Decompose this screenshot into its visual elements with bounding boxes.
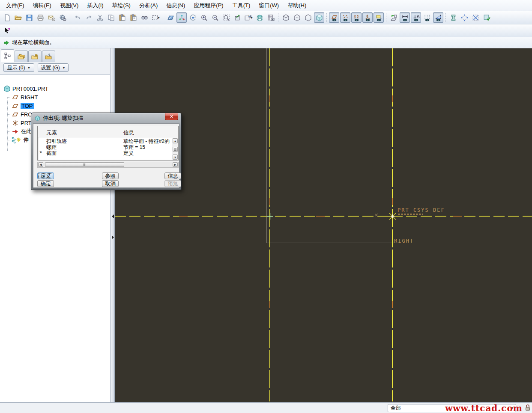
select-box-button[interactable]: ▾ bbox=[150, 12, 161, 23]
zoom-in-button[interactable] bbox=[199, 12, 209, 23]
spin-center-icon bbox=[189, 14, 197, 21]
vertical-scrollbar[interactable]: ▲ ▼ bbox=[172, 138, 178, 160]
menu-item-5[interactable]: 草绘(S) bbox=[108, 0, 135, 11]
horizontal-scrollbar[interactable]: ◀ ▶ bbox=[37, 162, 179, 168]
paste-special-button[interactable] bbox=[128, 12, 138, 23]
references-button[interactable]: 参照 bbox=[102, 172, 119, 179]
paste-button[interactable] bbox=[117, 12, 127, 23]
layers-button[interactable] bbox=[254, 12, 265, 23]
scroll-up-icon[interactable]: ▲ bbox=[173, 138, 178, 143]
define-button[interactable]: 定义 bbox=[37, 172, 54, 179]
menu-item-11[interactable]: 帮助(H) bbox=[283, 0, 311, 11]
hidden-line-button[interactable] bbox=[292, 12, 302, 23]
point-display-button[interactable] bbox=[351, 12, 362, 23]
preview-button[interactable]: 预览 bbox=[164, 180, 181, 187]
scroll-right-icon[interactable]: ▶ bbox=[173, 162, 178, 167]
connections-tab[interactable] bbox=[42, 51, 55, 62]
constraint-display-button[interactable] bbox=[411, 12, 421, 23]
show-dropdown-button[interactable]: 显示 (0)▼ bbox=[3, 63, 34, 72]
grid-display-button[interactable] bbox=[422, 12, 432, 23]
new-button[interactable] bbox=[2, 12, 12, 23]
feature-requirements-button[interactable] bbox=[481, 12, 492, 23]
scrollbar-thumb[interactable] bbox=[173, 147, 178, 152]
scroll-left-icon[interactable]: ◀ bbox=[38, 162, 43, 167]
copy-icon bbox=[108, 14, 115, 21]
datum-refs-button[interactable] bbox=[176, 12, 187, 23]
favorites-tab[interactable] bbox=[28, 51, 42, 62]
expand-right-icon[interactable] bbox=[111, 234, 114, 240]
save-button[interactable] bbox=[24, 12, 34, 23]
info-button[interactable]: 信息 bbox=[164, 172, 181, 179]
cancel-button[interactable]: 取消 bbox=[102, 180, 119, 187]
sketch-canvas[interactable]: PRT_CSYS_DEF RIGHT bbox=[115, 48, 532, 402]
menu-item-7[interactable]: 信息(N) bbox=[162, 0, 189, 11]
dialog-title-bar[interactable]: 伸出项: 螺旋扫描 bbox=[31, 113, 181, 123]
email-button[interactable] bbox=[46, 12, 57, 23]
element-list[interactable]: 元素 信息 扫引轨迹草绘平面 - 特征#2的螺距节距 = 15>截面定义 ▲ ▼ bbox=[37, 126, 179, 160]
scrollbar-thumb[interactable] bbox=[45, 162, 124, 167]
no-hidden-button[interactable] bbox=[303, 12, 313, 23]
shaded-button[interactable] bbox=[314, 12, 324, 23]
csys-display-button[interactable] bbox=[362, 12, 373, 23]
sketch-view-button[interactable] bbox=[165, 12, 176, 23]
spin-center-button[interactable] bbox=[188, 12, 198, 23]
element-row[interactable]: 扫引轨迹草绘平面 - 特征#2的 bbox=[38, 138, 171, 144]
zoom-out-button[interactable] bbox=[210, 12, 220, 23]
no-hidden-icon bbox=[305, 14, 312, 21]
element-rows: 扫引轨迹草绘平面 - 特征#2的螺距节距 = 15>截面定义 bbox=[38, 138, 171, 160]
collapse-left-icon[interactable] bbox=[111, 213, 114, 219]
orient-sketch-button[interactable] bbox=[389, 12, 399, 23]
ok-button[interactable]: 确定 bbox=[37, 180, 54, 187]
element-row[interactable]: 螺距节距 = 15 bbox=[38, 144, 171, 150]
scroll-down-icon[interactable]: ▼ bbox=[173, 155, 178, 160]
undo-button[interactable] bbox=[72, 12, 83, 23]
wireframe-button[interactable] bbox=[281, 12, 291, 23]
close-icon[interactable]: ✕ bbox=[165, 113, 178, 120]
weblink-button[interactable] bbox=[57, 12, 68, 23]
plane-display-button[interactable] bbox=[329, 12, 339, 23]
menu-item-1[interactable]: 文件(F) bbox=[2, 0, 29, 11]
copy-button[interactable] bbox=[106, 12, 116, 23]
menu-item-3[interactable]: 视图(V) bbox=[56, 0, 83, 11]
open-ends-button[interactable] bbox=[459, 12, 469, 23]
dim-display-button[interactable] bbox=[400, 12, 410, 23]
element-row[interactable]: >截面定义 bbox=[38, 150, 171, 156]
dialog-icon bbox=[35, 116, 40, 121]
model-tree-tab-icon bbox=[4, 52, 11, 59]
open-button[interactable] bbox=[13, 12, 23, 23]
annotation-display-button[interactable] bbox=[374, 12, 384, 23]
cut-button[interactable] bbox=[95, 12, 105, 23]
menu-item-2[interactable]: 编辑(E) bbox=[29, 0, 56, 11]
redo-button[interactable] bbox=[84, 12, 94, 23]
print-button[interactable] bbox=[35, 12, 45, 23]
list-header: 元素 信息 bbox=[38, 126, 178, 137]
overlap-geometry-button[interactable] bbox=[470, 12, 481, 23]
tree-item-right[interactable]: RIGHT bbox=[0, 93, 110, 101]
context-help-button[interactable]: ? bbox=[2, 26, 12, 36]
tree-item-label: PRT0001.PRT bbox=[12, 86, 48, 92]
menu-item-6[interactable]: 分析(A) bbox=[135, 0, 162, 11]
menu-item-8[interactable]: 应用程序(P) bbox=[189, 0, 227, 11]
view-manager-button[interactable] bbox=[266, 12, 276, 23]
settings-dropdown-button[interactable]: 设置 (G)▼ bbox=[38, 63, 69, 72]
vertex-display-button[interactable] bbox=[433, 12, 443, 23]
chevron-down-icon[interactable]: ▾ bbox=[158, 16, 159, 20]
find-button[interactable] bbox=[139, 12, 149, 23]
menu-item-10[interactable]: 窗口(W) bbox=[254, 0, 283, 11]
orient-sketch-icon bbox=[390, 14, 398, 21]
axis-display-button[interactable] bbox=[340, 12, 350, 23]
refit-button[interactable] bbox=[221, 12, 231, 23]
shaded-loops-button[interactable] bbox=[448, 12, 458, 23]
folder-browser-tab[interactable] bbox=[15, 51, 28, 62]
reorient-button[interactable] bbox=[232, 12, 242, 23]
chevron-down-icon[interactable]: ▾ bbox=[251, 16, 252, 20]
new-icon bbox=[3, 14, 11, 21]
tree-item-prt0001-prt[interactable]: PRT0001.PRT bbox=[0, 84, 110, 93]
model-tree-tab[interactable] bbox=[1, 49, 14, 62]
menu-item-9[interactable]: 工具(T) bbox=[228, 0, 255, 11]
tree-item-label: 在此 bbox=[21, 128, 32, 135]
panel-sash[interactable] bbox=[111, 48, 115, 402]
tree-item-top[interactable]: TOP bbox=[0, 101, 110, 110]
saved-views-button[interactable]: AB▾ bbox=[243, 12, 254, 23]
menu-item-4[interactable]: 插入(I) bbox=[83, 0, 108, 11]
